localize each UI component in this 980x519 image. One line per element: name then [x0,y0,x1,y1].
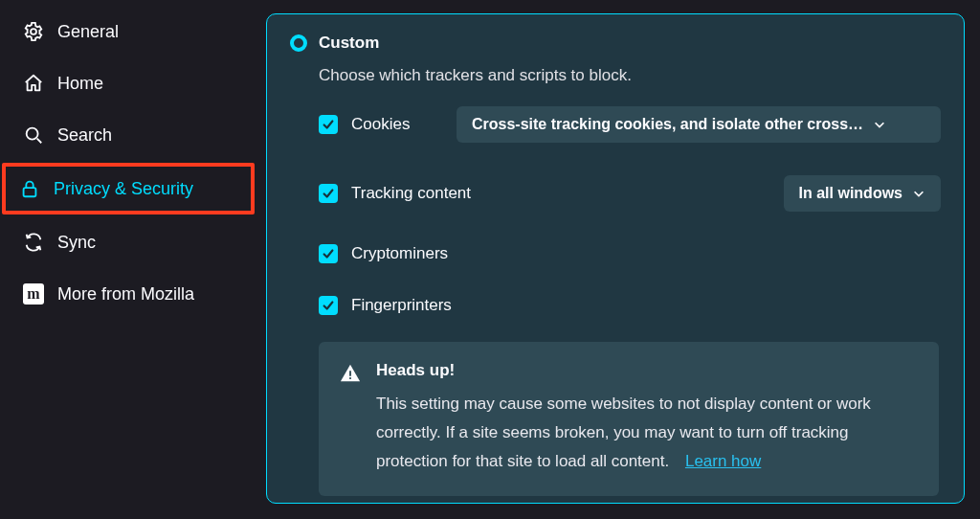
svg-point-1 [27,128,38,140]
checkbox-tracking-content[interactable] [319,184,338,203]
tracking-content-select[interactable]: In all windows [784,175,941,212]
option-label: Cryptominers [351,244,448,263]
sidebar-item-search[interactable]: Search [6,111,251,159]
option-label: Fingerprinters [351,296,452,315]
warning-icon [340,363,361,384]
settings-sidebar: General Home Search [0,0,256,519]
svg-point-0 [31,29,36,34]
option-row-tracking-content: Tracking content In all windows [319,175,941,212]
select-value: In all windows [799,185,902,202]
sidebar-item-label: Search [57,125,112,146]
learn-how-link[interactable]: Learn how [685,452,761,470]
lock-icon [19,178,40,199]
checkbox-cookies[interactable] [319,115,338,134]
sidebar-item-label: More from Mozilla [57,284,194,305]
sync-icon [23,232,44,253]
chevron-down-icon [912,187,925,200]
checkbox-cryptominers[interactable] [319,244,338,263]
sidebar-item-sync[interactable]: Sync [6,218,251,266]
option-label: Cookies [351,115,410,134]
sidebar-item-label: Sync [57,233,96,253]
alert-text: This setting may cause some websites to … [376,390,918,475]
svg-line-2 [37,139,42,144]
home-icon [23,73,44,94]
select-value: Cross-site tracking cookies, and isolate… [472,116,863,133]
sidebar-item-general[interactable]: General [6,8,251,56]
cookies-select[interactable]: Cross-site tracking cookies, and isolate… [457,106,941,143]
protection-level-radio-custom[interactable]: Custom [290,34,941,53]
svg-rect-3 [24,188,36,196]
sidebar-item-label: Privacy & Security [54,179,193,199]
alert-text-body: This setting may cause some websites to … [376,395,871,470]
custom-protection-panel: Custom Choose which trackers and scripts… [266,13,965,504]
radio-selected-icon [290,34,307,52]
svg-rect-4 [349,371,351,376]
checkbox-fingerprinters[interactable] [319,296,338,315]
option-row-cookies: Cookies Cross-site tracking cookies, and… [319,106,941,143]
mozilla-icon: m [23,283,44,305]
alert-title: Heads up! [376,361,918,380]
option-label: Tracking content [351,184,471,203]
sidebar-item-privacy-security[interactable]: Privacy & Security [2,163,255,214]
svg-rect-5 [349,377,351,379]
sidebar-item-label: General [57,22,119,42]
radio-label: Custom [319,34,379,53]
chevron-down-icon [873,118,886,131]
option-row-cryptominers: Cryptominers [319,244,941,263]
panel-subtitle: Choose which trackers and scripts to blo… [319,66,941,85]
search-icon [23,124,44,146]
option-row-fingerprinters: Fingerprinters [319,296,941,315]
settings-content: Custom Choose which trackers and scripts… [256,0,980,519]
heads-up-alert: Heads up! This setting may cause some we… [319,342,939,496]
sidebar-item-more-mozilla[interactable]: m More from Mozilla [6,270,251,318]
sidebar-item-home[interactable]: Home [6,59,251,107]
gear-icon [23,21,44,42]
sidebar-item-label: Home [57,74,103,94]
